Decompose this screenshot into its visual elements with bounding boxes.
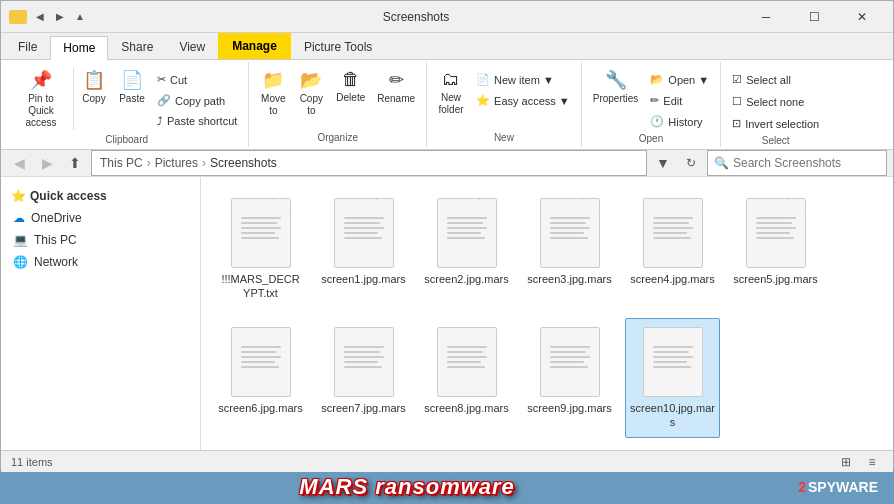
forward-button[interactable]: ▶ [51, 8, 69, 26]
mars-title: MARS ransomware [299, 474, 515, 499]
easyaccess-icon: ⭐ [476, 94, 490, 107]
file-name: screen5.jpg.mars [733, 272, 817, 286]
back-nav-button[interactable]: ◀ [7, 151, 31, 175]
easy-access-button[interactable]: ⭐Easy access ▼ [471, 91, 575, 110]
sidebar-quick-access[interactable]: ⭐ Quick access [1, 185, 200, 207]
file-item[interactable]: screen3.jpg.mars [522, 189, 617, 310]
divider1 [73, 68, 74, 130]
back-button[interactable]: ◀ [31, 8, 49, 26]
new-folder-button[interactable]: 🗂 Newfolder [433, 66, 469, 119]
rename-button[interactable]: ✏ Rename [372, 66, 420, 108]
up-button[interactable]: ▲ [71, 8, 89, 26]
address-bar[interactable]: This PC › Pictures › Screenshots [91, 150, 647, 176]
path-segment-2: Pictures [155, 156, 198, 170]
file-item[interactable]: screen8.jpg.mars [419, 318, 514, 439]
file-name: screen3.jpg.mars [527, 272, 611, 286]
new-label: New [494, 130, 514, 143]
file-item[interactable]: screen5.jpg.mars [728, 189, 823, 310]
refresh-button[interactable]: ↻ [679, 151, 703, 175]
file-item[interactable]: screen1.jpg.mars [316, 189, 411, 310]
copyto-icon: 📂 [300, 69, 322, 91]
content-area: ⭐ Quick access ☁ OneDrive 💻 This PC 🌐 Ne… [1, 177, 893, 450]
tab-picture-tools[interactable]: Picture Tools [291, 35, 385, 59]
file-item[interactable]: screen2.jpg.mars [419, 189, 514, 310]
edit-button[interactable]: ✏Edit [645, 91, 714, 110]
tab-file[interactable]: File [5, 35, 50, 59]
path-segment-1: This PC [100, 156, 143, 170]
folder-icon [9, 10, 27, 24]
cut-icon: ✂ [157, 73, 166, 86]
file-item[interactable]: screen6.jpg.mars [213, 318, 308, 439]
pin-icon: 📌 [30, 69, 52, 91]
clipboard-group: 📌 Pin to Quickaccess 📋 Copy 📄 Paste ✂Cut [5, 62, 249, 147]
pin-label: Pin to Quickaccess [16, 93, 66, 129]
new-item-button[interactable]: 📄New item ▼ [471, 70, 575, 89]
paste-button[interactable]: 📄 Paste [114, 66, 150, 108]
copy-to-button[interactable]: 📂 Copyto [293, 66, 329, 120]
copy-button[interactable]: 📋 Copy [76, 66, 112, 108]
tab-view[interactable]: View [166, 35, 218, 59]
move-to-button[interactable]: 📁 Moveto [255, 66, 291, 120]
file-item[interactable]: !!!MARS_DECRYPT.txt [213, 189, 308, 310]
pin-to-quickaccess-button[interactable]: 📌 Pin to Quickaccess [11, 66, 71, 132]
mars-title-container: MARS ransomware [16, 474, 798, 500]
open-label: Open [639, 131, 663, 144]
invert-icon: ⊡ [732, 117, 741, 130]
statusbar: 11 items ⊞ ≡ [1, 450, 893, 472]
up-nav-button[interactable]: ⬆ [63, 151, 87, 175]
select-label: Select [762, 133, 790, 146]
search-input[interactable] [733, 156, 880, 170]
network-label: Network [34, 255, 78, 269]
file-name: screen10.jpg.mars [630, 401, 715, 430]
newfolder-icon: 🗂 [442, 69, 460, 90]
tab-share[interactable]: Share [108, 35, 166, 59]
maximize-button[interactable]: ☐ [791, 1, 837, 33]
item-count: 11 items [11, 456, 53, 468]
open-button[interactable]: 📂Open ▼ [645, 70, 714, 89]
sidebar-onedrive[interactable]: ☁ OneDrive [1, 207, 200, 229]
open-stack: 📂Open ▼ ✏Edit 🕐History [645, 66, 714, 131]
grid-view-button[interactable]: ⊞ [835, 451, 857, 473]
sidebar-network[interactable]: 🌐 Network [1, 251, 200, 273]
select-none-button[interactable]: ☐Select none [727, 92, 824, 111]
minimize-button[interactable]: ─ [743, 1, 789, 33]
forward-nav-button[interactable]: ▶ [35, 151, 59, 175]
file-item[interactable]: screen4.jpg.mars [625, 189, 720, 310]
ribbon: 📌 Pin to Quickaccess 📋 Copy 📄 Paste ✂Cut [1, 60, 893, 150]
file-name: !!!MARS_DECRYPT.txt [218, 272, 303, 301]
tab-manage[interactable]: Manage [218, 33, 291, 59]
copy-icon: 📋 [83, 69, 105, 91]
search-box: 🔍 [707, 150, 887, 176]
network-icon: 🌐 [13, 255, 28, 269]
cut-button[interactable]: ✂Cut [152, 70, 242, 89]
file-item[interactable]: screen9.jpg.mars [522, 318, 617, 439]
file-icon [334, 198, 394, 268]
file-item[interactable]: screen7.jpg.mars [316, 318, 411, 439]
file-item[interactable]: screen10.jpg.mars [625, 318, 720, 439]
window-title: Screenshots [89, 10, 743, 24]
thispc-label: This PC [34, 233, 77, 247]
select-stack: ☑Select all ☐Select none ⊡Invert selecti… [727, 66, 824, 133]
brand-logo: 2SPYWARE [798, 479, 878, 495]
clipboard-label: Clipboard [105, 132, 148, 145]
copypath-icon: 🔗 [157, 94, 171, 107]
paste-shortcut-button[interactable]: ⤴Paste shortcut [152, 112, 242, 130]
file-icon [540, 327, 600, 397]
file-name: screen7.jpg.mars [321, 401, 405, 415]
clipboard-content: 📌 Pin to Quickaccess 📋 Copy 📄 Paste ✂Cut [11, 66, 242, 132]
tab-home[interactable]: Home [50, 36, 108, 60]
invert-selection-button[interactable]: ⊡Invert selection [727, 114, 824, 133]
close-button[interactable]: ✕ [839, 1, 885, 33]
delete-button[interactable]: 🗑 Delete [331, 66, 370, 107]
history-button[interactable]: 🕐History [645, 112, 714, 131]
properties-button[interactable]: 🔧 Properties [588, 66, 644, 108]
file-name: screen4.jpg.mars [630, 272, 714, 286]
select-all-button[interactable]: ☑Select all [727, 70, 824, 89]
list-view-button[interactable]: ≡ [861, 451, 883, 473]
file-name: screen8.jpg.mars [424, 401, 508, 415]
copy-path-button[interactable]: 🔗Copy path [152, 91, 242, 110]
dropdown-button[interactable]: ▼ [651, 151, 675, 175]
titlebar: ◀ ▶ ▲ Screenshots ─ ☐ ✕ [1, 1, 893, 33]
quick-access-label: Quick access [30, 189, 107, 203]
sidebar-this-pc[interactable]: 💻 This PC [1, 229, 200, 251]
